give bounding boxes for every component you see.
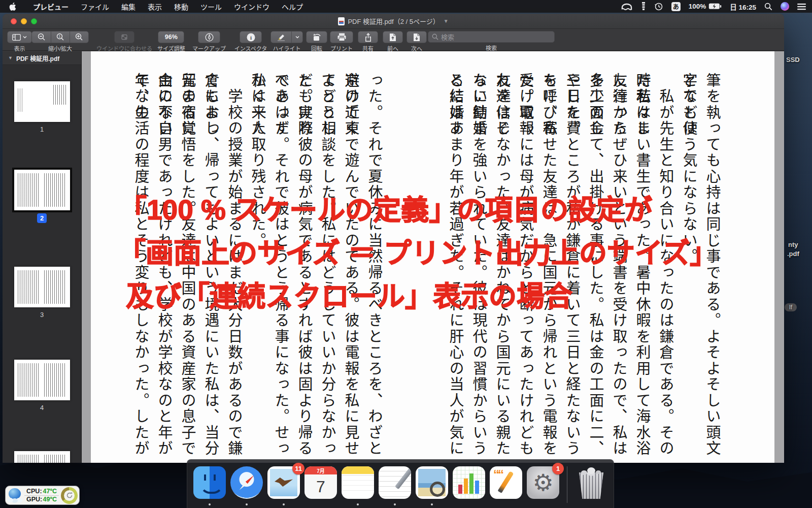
spotlight-icon[interactable]: [764, 3, 772, 11]
cpu-temp: 47ºC: [43, 488, 57, 495]
zoom-in-button[interactable]: [70, 31, 88, 43]
dock-item-system-preferences[interactable]: 1: [527, 466, 559, 499]
menu-item-3[interactable]: 編集: [121, 2, 136, 12]
safari-icon: [230, 466, 263, 499]
siri-icon[interactable]: [781, 2, 789, 11]
search-icon: [432, 34, 438, 40]
battery-percent-label: 100%: [689, 3, 706, 10]
zoom-button[interactable]: [31, 18, 37, 24]
svg-text:i: i: [250, 34, 251, 40]
close-button[interactable]: [11, 18, 17, 24]
document-proxy-icon[interactable]: [338, 17, 345, 25]
sidebar-icon: [12, 34, 21, 41]
rotate-button[interactable]: [306, 31, 327, 43]
window-controls: [11, 18, 37, 24]
page-thumbnail-3[interactable]: [14, 267, 70, 307]
temperature-widget[interactable]: CPU:47ºC GPU:49ºC: [5, 486, 80, 505]
scale-value-button[interactable]: 96%: [158, 31, 184, 43]
finder-icon: [193, 466, 226, 499]
refresh-icon: [66, 492, 73, 499]
thumbnail-slot-2: 2: [3, 170, 81, 223]
time-machine-icon[interactable]: [654, 2, 663, 11]
apple-menu-icon[interactable]: [9, 3, 17, 11]
share-button[interactable]: [358, 31, 378, 43]
preview-icon: [416, 466, 448, 499]
refresh-gauge[interactable]: [61, 487, 78, 504]
gpu-label: GPU:: [26, 496, 42, 503]
page-thumbnail-1[interactable]: [14, 81, 70, 122]
menu-item-7[interactable]: ウインドウ: [234, 2, 269, 12]
thumbnail-slot-5: 5: [3, 451, 81, 463]
highlighter-icon: [276, 34, 286, 41]
numbers-icon: [453, 466, 485, 499]
tunnel-app-icon[interactable]: [621, 3, 633, 11]
pages-icon: [490, 466, 522, 499]
dock-item-notes[interactable]: [342, 466, 374, 499]
zoom-actual-size-button[interactable]: 1: [51, 31, 70, 43]
dock-item-safari[interactable]: [230, 466, 263, 499]
sidebar-header[interactable]: ▼ PDF 検証用.pdf: [3, 51, 81, 65]
title-bar[interactable]: PDF 検証用.pdf（2 / 5ページ） ▼: [3, 14, 784, 29]
menu-item-2[interactable]: ファイル: [81, 2, 109, 12]
minimize-button[interactable]: [21, 18, 27, 24]
menu-item-6[interactable]: ツール: [200, 2, 222, 12]
printer-icon: [337, 33, 347, 41]
highlight-button[interactable]: [271, 31, 291, 43]
rotate-left-icon: [312, 33, 322, 42]
textedit-icon: [379, 466, 411, 499]
page-up-icon: [389, 33, 396, 42]
notification-center-icon[interactable]: [797, 3, 806, 10]
share-icon: [364, 33, 372, 42]
notification-badge: 11: [292, 463, 304, 474]
page-thumbnail-5[interactable]: [14, 451, 70, 463]
dock-item-trash[interactable]: [575, 466, 607, 499]
window-title: PDF 検証用.pdf（2 / 5ページ）: [348, 16, 439, 26]
screw-app-icon[interactable]: [641, 2, 646, 11]
running-indicator: [394, 503, 396, 505]
view-menu-button[interactable]: [7, 31, 32, 43]
dock-item-calendar[interactable]: 7月7: [304, 466, 337, 499]
dock-item-preview[interactable]: [416, 466, 448, 499]
page-thumbnail-4[interactable]: [14, 360, 70, 400]
dock-item-numbers[interactable]: [453, 466, 485, 499]
battery-status[interactable]: 100%: [689, 3, 722, 10]
dock-item-textedit[interactable]: [379, 466, 411, 499]
markup-button[interactable]: [198, 31, 220, 43]
clock-label[interactable]: 日 16:25: [730, 2, 756, 12]
inspector-button[interactable]: i: [240, 31, 262, 43]
highlight-chevron-button[interactable]: [291, 31, 302, 43]
page-thumbnail-2[interactable]: [14, 170, 70, 210]
menu-item-5[interactable]: 移動: [174, 2, 188, 12]
desktop-file-label-line2[interactable]: .pdf: [787, 250, 799, 258]
dock-item-pages[interactable]: [490, 466, 522, 499]
desktop: SSD nty .pdf lf プレビューファイル編集表示移動ツールウインドウヘ…: [0, 0, 812, 508]
search-placeholder: 検索: [441, 32, 454, 42]
whale-app-icon: [7, 488, 22, 502]
menu-item-1[interactable]: プレビュー: [33, 2, 69, 12]
thumbnail-slot-1: 1: [3, 81, 81, 133]
disclosure-triangle-icon[interactable]: ▼: [8, 55, 13, 60]
menu-item-8[interactable]: ヘルプ: [282, 2, 303, 12]
dock: 117月71: [187, 459, 614, 508]
svg-text:1: 1: [59, 35, 61, 38]
search-input[interactable]: 検索: [428, 31, 555, 43]
print-button[interactable]: [330, 31, 353, 43]
window-title-area: PDF 検証用.pdf（2 / 5ページ） ▼: [3, 14, 784, 28]
desktop-file-label-tag[interactable]: lf: [785, 303, 797, 311]
next-page-button[interactable]: [407, 31, 427, 43]
thumbnail-sidebar: ▼ PDF 検証用.pdf 12345: [3, 51, 82, 463]
dock-item-finder[interactable]: [193, 466, 226, 499]
input-source-icon[interactable]: あ: [671, 2, 681, 11]
zoom-out-button[interactable]: [32, 31, 51, 43]
annotation-line-3: 及び「連続スクロール」表示の場合: [126, 273, 572, 314]
dock-item-mail[interactable]: 11: [267, 466, 300, 499]
thumbnail-slot-4: 4: [3, 360, 81, 411]
previous-page-button[interactable]: [383, 31, 403, 43]
chevron-down-icon: [295, 36, 299, 39]
highlight-control: [270, 31, 303, 43]
title-chevron-down-icon[interactable]: ▼: [444, 18, 449, 24]
dock-separator: [567, 466, 567, 503]
desktop-disk-label[interactable]: SSD: [786, 56, 800, 64]
menu-item-4[interactable]: 表示: [148, 2, 162, 12]
desktop-file-label-line1[interactable]: nty: [788, 241, 798, 248]
